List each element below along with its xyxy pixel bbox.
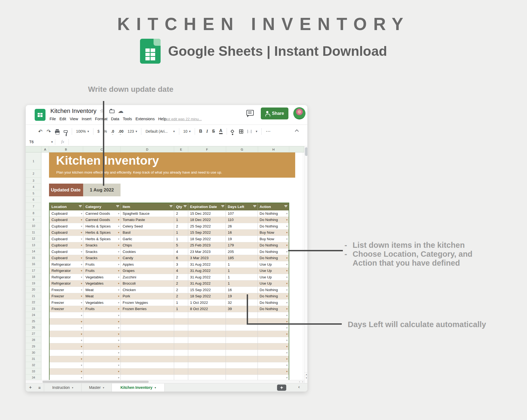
cell[interactable]: Freezer▾ — [50, 293, 83, 300]
row-number[interactable]: 13 — [26, 242, 41, 249]
cell[interactable]: 8 Oct 2022 — [188, 306, 226, 312]
document-title[interactable]: Kitchen Inventory — [50, 108, 96, 115]
undo-icon[interactable]: ↶ — [38, 128, 43, 135]
cell[interactable]: ▾ — [50, 362, 83, 369]
dropdown-arrow-icon[interactable]: ▾ — [118, 282, 119, 285]
cell[interactable]: 31 Aug 2022 — [188, 268, 226, 274]
row-number[interactable]: 12 — [26, 236, 41, 242]
cell[interactable]: ▾ — [50, 369, 83, 375]
cell[interactable]: Refrigerator▾ — [50, 281, 83, 287]
cell[interactable]: Cupboard▾ — [50, 255, 83, 262]
dropdown-arrow-icon[interactable]: ▾ — [118, 218, 119, 221]
scroll-right-icon[interactable]: › — [302, 380, 303, 383]
cell[interactable] — [226, 337, 258, 343]
dropdown-arrow-icon[interactable]: ▾ — [81, 357, 82, 360]
cell[interactable]: 185 — [226, 255, 258, 262]
cell[interactable] — [174, 312, 188, 318]
cell[interactable]: 16 — [226, 287, 258, 293]
menu-item-extensions[interactable]: Extensions — [135, 117, 155, 121]
table-header-item[interactable]: Item — [121, 203, 174, 210]
dropdown-arrow-icon[interactable]: ▾ — [81, 314, 82, 317]
cell[interactable] — [226, 325, 258, 331]
bold-button[interactable]: B — [199, 129, 202, 134]
borders-icon[interactable] — [239, 129, 243, 134]
dropdown-arrow-icon[interactable]: ▾ — [81, 345, 82, 348]
column-header-filler[interactable] — [289, 146, 304, 152]
dropdown-arrow-icon[interactable]: ▾ — [286, 276, 288, 279]
cell[interactable] — [174, 337, 188, 343]
cell[interactable]: Chicken — [121, 287, 174, 293]
cell[interactable]: Refrigerator▾ — [50, 274, 83, 281]
vertical-scrollbar[interactable]: ▲ ▼ — [304, 146, 307, 383]
comment-icon[interactable] — [246, 110, 254, 116]
dropdown-arrow-icon[interactable]: ▾ — [286, 370, 288, 373]
cell[interactable]: Herbs & Spices▾ — [83, 236, 121, 242]
menu-item-file[interactable]: File — [50, 117, 56, 121]
menu-item-view[interactable]: View — [70, 117, 78, 121]
paint-format-icon[interactable] — [64, 130, 68, 133]
cell[interactable]: 23 Mar 2023 — [188, 249, 226, 255]
cell[interactable]: 1 — [174, 306, 188, 312]
cell[interactable]: Do Nothing▾ — [258, 287, 289, 293]
cell[interactable] — [188, 350, 226, 356]
row-number[interactable]: 22 — [26, 299, 41, 306]
cell[interactable]: Cookies — [121, 249, 174, 255]
cell[interactable]: 4 — [174, 268, 188, 274]
cell[interactable]: Use Up▾ — [258, 261, 289, 268]
redo-icon[interactable]: ↷ — [47, 128, 51, 135]
cell[interactable]: Do Nothing▾ — [258, 217, 289, 223]
dropdown-arrow-icon[interactable]: ▾ — [286, 326, 288, 329]
cell[interactable]: Broccoli — [121, 281, 174, 287]
dropdown-arrow-icon[interactable]: ▾ — [81, 282, 82, 285]
cell[interactable] — [188, 343, 226, 350]
row-number[interactable]: 15 — [26, 255, 41, 261]
cell[interactable]: Do Nothing▾ — [258, 306, 289, 312]
dropdown-arrow-icon[interactable]: ▾ — [118, 263, 119, 266]
dropdown-arrow-icon[interactable]: ▾ — [286, 269, 288, 272]
cell[interactable] — [121, 337, 174, 343]
cell[interactable]: 25 Feb 2023 — [188, 242, 226, 249]
cell[interactable]: 1 — [174, 230, 188, 236]
cell[interactable] — [174, 343, 188, 350]
cell[interactable]: 205 — [226, 249, 258, 255]
table-header-expiration-date[interactable]: Expiration Date — [188, 203, 226, 210]
tab-master[interactable]: Master▾ — [81, 383, 112, 392]
dropdown-arrow-icon[interactable]: ▾ — [81, 370, 82, 373]
cell[interactable]: Herbs & Spices▾ — [83, 230, 121, 236]
dropdown-arrow-icon[interactable]: ▾ — [118, 256, 119, 259]
dropdown-arrow-icon[interactable]: ▾ — [118, 231, 119, 234]
cell[interactable]: Use Up▾ — [258, 274, 289, 281]
column-header-C[interactable]: C — [83, 146, 121, 152]
dropdown-arrow-icon[interactable]: ▾ — [81, 326, 82, 329]
cell[interactable]: Refrigerator▾ — [50, 268, 83, 274]
row-number[interactable]: 28 — [26, 337, 41, 343]
dropdown-arrow-icon[interactable]: ▾ — [286, 225, 288, 228]
cell[interactable]: Do Nothing▾ — [258, 299, 289, 306]
cell[interactable]: ▾ — [83, 331, 121, 337]
cell[interactable]: Cupboard▾ — [50, 223, 83, 230]
cell[interactable]: 32 — [226, 299, 258, 306]
row-number[interactable]: 21 — [26, 293, 41, 299]
cell[interactable]: Fruits▾ — [83, 306, 121, 312]
row-number[interactable]: 29 — [26, 343, 41, 349]
cell[interactable] — [226, 331, 258, 337]
menu-item-data[interactable]: Data — [111, 117, 119, 121]
cell[interactable]: ▾ — [258, 337, 289, 343]
cell[interactable]: ▾ — [50, 325, 83, 331]
filter-icon[interactable] — [116, 205, 119, 207]
dropdown-arrow-icon[interactable]: ▾ — [81, 320, 82, 323]
row-number[interactable]: 24 — [26, 312, 41, 318]
cell[interactable]: 2 — [174, 293, 188, 300]
dropdown-arrow-icon[interactable]: ▾ — [286, 376, 288, 379]
dropdown-arrow-icon[interactable]: ▾ — [81, 333, 82, 336]
row-number[interactable]: 20 — [26, 286, 41, 293]
cell[interactable]: ▾ — [83, 318, 121, 325]
cell[interactable]: 1 — [226, 281, 258, 287]
cell[interactable]: Freezer▾ — [50, 299, 83, 306]
dropdown-arrow-icon[interactable]: ▾ — [118, 357, 119, 360]
move-folder-icon[interactable] — [109, 110, 115, 113]
row-number[interactable]: 2 — [26, 170, 41, 178]
currency-format-button[interactable]: $ — [97, 129, 100, 134]
dropdown-arrow-icon[interactable]: ▾ — [81, 376, 82, 379]
horizontal-scroll-thumb[interactable] — [43, 381, 149, 383]
